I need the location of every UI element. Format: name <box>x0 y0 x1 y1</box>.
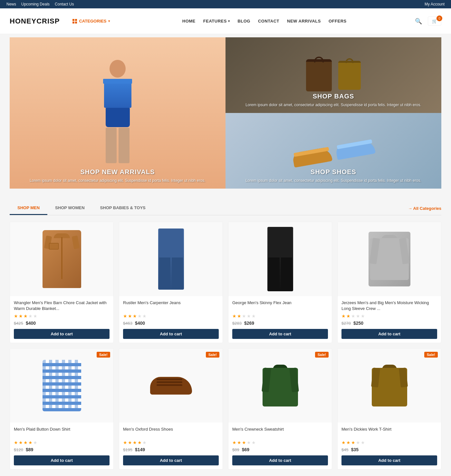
add-to-cart-button-2[interactable]: Add to cart <box>123 329 219 339</box>
product-image-area-1 <box>10 222 113 296</box>
star-2: ★ <box>346 440 350 445</box>
topbar-upcoming-deals[interactable]: Upcoming Deals <box>21 2 50 6</box>
price-row-4: $278 $250 <box>341 321 437 326</box>
star-3: ★ <box>24 440 28 445</box>
nav-new-arrivals[interactable]: NEW ARRIVALS <box>287 19 321 23</box>
nav-blog[interactable]: BLOG <box>237 19 250 23</box>
top-bar-links: News Upcoming Deals Contact Us <box>6 2 74 6</box>
product-card-4: Jerzees Men's and Big Men's Moisture Wic… <box>337 222 441 343</box>
product-image-area-7: Sale! <box>228 349 332 423</box>
star-rating: ★★★★★ <box>14 313 110 319</box>
add-to-cart-button-7[interactable]: Add to cart <box>232 455 328 465</box>
star-2: ★ <box>237 440 241 445</box>
search-button[interactable]: 🔍 <box>412 15 425 27</box>
star-2: ★ <box>19 313 23 319</box>
shirt-image <box>369 232 410 286</box>
sale-badge-8: Sale! <box>424 352 438 358</box>
topbar-news[interactable]: News <box>6 2 16 6</box>
product-card-5: Sale! Men's Plaid Button Down Shirt ★★★★… <box>10 348 114 470</box>
price-old-4: $278 <box>341 321 351 326</box>
add-to-cart-button-6[interactable]: Add to cart <box>123 455 219 465</box>
star-5: ★ <box>361 313 365 319</box>
star-rating: ★★★★★ <box>341 440 437 445</box>
bags-display <box>306 59 361 91</box>
nav-contact[interactable]: CONTACT <box>258 19 279 23</box>
main-nav: HOME FEATURES ▾ BLOG CONTACT NEW ARRIVAL… <box>116 19 412 23</box>
header-icons: 🔍 🛒 0 <box>412 15 441 27</box>
cart-button[interactable]: 🛒 0 <box>428 16 441 26</box>
logo[interactable]: HONEYCRISP <box>10 17 60 25</box>
tabs-section: SHOP MEN SHOP WOMEN SHOP BABIES & TOYS →… <box>0 201 451 215</box>
add-to-cart-button-4[interactable]: Add to cart <box>341 329 437 339</box>
product-image-area-6: Sale! <box>119 349 223 423</box>
price-row-2: $463 $400 <box>123 321 219 326</box>
product-image-area-4 <box>338 222 441 296</box>
hero-section: SHOP NEW ARRIVALS Lorem ipsum dolor sit … <box>0 34 451 192</box>
banner-bags[interactable]: SHOP BAGS Lorem ipsum dolor sit amet, co… <box>225 37 441 113</box>
nav-features[interactable]: FEATURES ▾ <box>203 19 230 23</box>
star-1: ★ <box>14 313 18 319</box>
price-old-3: $283 <box>232 321 242 326</box>
all-categories-link[interactable]: → All Categories <box>408 206 441 211</box>
checkshirt-image <box>43 360 81 411</box>
cart-badge: 0 <box>437 15 442 21</box>
product-name-2: Rustler Men's Carpenter Jeans <box>123 300 219 312</box>
banner-new-arrivals-desc: Lorem ipsum dolor sit amet, consectetur … <box>15 178 220 183</box>
product-card-1: Wrangler Men's Flex Barn Chore Coat Jack… <box>10 222 114 343</box>
price-row-1: $425 $400 <box>14 321 110 326</box>
star-2: ★ <box>346 313 350 319</box>
add-to-cart-button-3[interactable]: Add to cart <box>232 329 328 339</box>
star-1: ★ <box>341 313 346 319</box>
star-3: ★ <box>133 313 137 319</box>
star-2: ★ <box>128 313 132 319</box>
product-name-8: Men's Dickies Work T-Shirt <box>341 426 437 438</box>
product-card-6: Sale! Men's Oxford Dress Shoes ★★★★★ $19… <box>119 348 223 470</box>
my-account-link[interactable]: My Account <box>425 2 445 6</box>
star-5: ★ <box>142 440 147 445</box>
star-rating: ★★★★★ <box>123 313 219 319</box>
categories-label: CATEGORIES <box>79 19 106 23</box>
star-rating: ★★★★★ <box>341 313 437 319</box>
nav-offers[interactable]: OFFERS <box>329 19 347 23</box>
banner-new-arrivals[interactable]: SHOP NEW ARRIVALS Lorem ipsum dolor sit … <box>10 37 225 189</box>
tab-shop-men[interactable]: SHOP MEN <box>10 201 47 215</box>
price-new-3: $269 <box>244 321 254 326</box>
star-3: ★ <box>24 313 28 319</box>
product-image-area-5: Sale! <box>10 349 113 423</box>
tab-shop-babies-toys[interactable]: SHOP BABIES & TOYS <box>92 201 153 215</box>
brown-shirt-image <box>370 361 409 410</box>
price-row-6: $195 $149 <box>123 447 219 452</box>
product-image-area-2 <box>119 222 223 296</box>
price-new-5: $89 <box>26 447 33 452</box>
star-5: ★ <box>361 440 365 445</box>
nav-home[interactable]: HOME <box>182 19 196 23</box>
banner-new-arrivals-title: SHOP NEW ARRIVALS <box>15 168 220 176</box>
star-3: ★ <box>351 313 355 319</box>
banner-shoes[interactable]: SHOP SHOES Lorem ipsum dolor sit amet, c… <box>225 113 441 189</box>
categories-button[interactable]: CATEGORIES ▾ <box>69 16 113 26</box>
product-info-8: Men's Dickies Work T-Shirt ★★★★★ $45 $35… <box>338 423 441 469</box>
add-to-cart-button-1[interactable]: Add to cart <box>14 329 110 339</box>
price-new-8: $35 <box>351 447 359 452</box>
star-1: ★ <box>232 440 236 445</box>
star-rating: ★★★★★ <box>232 313 328 319</box>
add-to-cart-button-8[interactable]: Add to cart <box>341 455 437 465</box>
star-4: ★ <box>138 313 142 319</box>
star-1: ★ <box>232 313 236 319</box>
price-row-8: $45 $35 <box>341 447 437 452</box>
top-bar: News Upcoming Deals Contact Us My Accoun… <box>0 0 451 8</box>
price-old-8: $45 <box>341 447 349 452</box>
banner-bags-overlay: SHOP BAGS Lorem ipsum dolor sit amet, co… <box>225 88 441 113</box>
price-old-1: $425 <box>14 321 23 326</box>
tabs-bar: SHOP MEN SHOP WOMEN SHOP BABIES & TOYS →… <box>10 201 441 215</box>
product-info-1: Wrangler Men's Flex Barn Chore Coat Jack… <box>10 296 113 343</box>
star-5: ★ <box>252 313 256 319</box>
topbar-contact-us[interactable]: Contact Us <box>55 2 74 6</box>
star-4: ★ <box>356 313 360 319</box>
product-name-1: Wrangler Men's Flex Barn Chore Coat Jack… <box>14 300 110 312</box>
tab-shop-women[interactable]: SHOP WOMEN <box>47 201 92 215</box>
add-to-cart-button-5[interactable]: Add to cart <box>14 455 110 465</box>
header: HONEYCRISP CATEGORIES ▾ HOME FEATURES ▾ … <box>0 8 451 34</box>
banner-shoes-desc: Lorem ipsum dolor sit amet, consectetur … <box>231 178 436 183</box>
product-name-6: Men's Oxford Dress Shoes <box>123 426 219 438</box>
